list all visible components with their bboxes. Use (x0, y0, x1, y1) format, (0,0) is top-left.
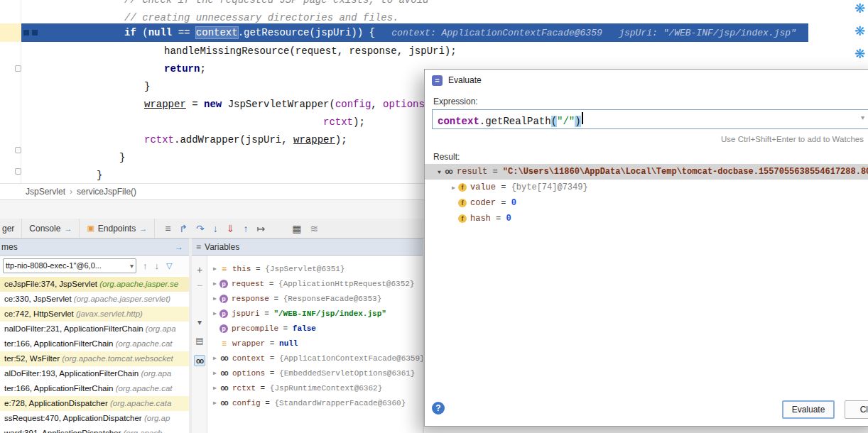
variable-row[interactable]: ▶pjspUri = "/WEB-INF/jsp/index.jsp" (207, 306, 423, 321)
frame-package: (org.ap (144, 414, 170, 422)
evaluate-dialog: = Evaluate Expression: context.getRealPa… (424, 69, 868, 427)
side-gear-column: ❋❋❋ (855, 1, 868, 80)
equals-sign: = (261, 399, 275, 407)
new-watch-panel-icon[interactable]: ▤ (194, 335, 205, 346)
expression-input[interactable]: context.getRealPath("/") (432, 109, 868, 129)
variable-row[interactable]: ≡wrapper = null (207, 336, 423, 351)
frames-panel-header[interactable]: mes → (0, 239, 189, 256)
fold-marker-icon[interactable] (15, 65, 21, 72)
variable-row[interactable]: pprecompile = false (207, 321, 423, 336)
watch-icon: oo (219, 354, 229, 363)
stack-frames-list[interactable]: ceJspFile:374, JspServlet (org.apache.ja… (0, 277, 189, 433)
gear-icon[interactable]: ❋ (855, 24, 865, 38)
filter-frames-icon[interactable]: ▽ (166, 261, 172, 270)
view-grid-icon[interactable]: ▦ (292, 224, 301, 234)
variable-row[interactable]: ▶prequest = {ApplicationHttpRequest@6352… (207, 276, 423, 291)
variables-panel-header[interactable]: ≡ Variables (192, 239, 423, 256)
show-execution-point-icon[interactable]: ↱ (179, 224, 188, 234)
fold-marker-icon[interactable] (15, 168, 21, 175)
close-button[interactable]: Close (845, 400, 868, 419)
expand-chevron-icon[interactable]: ▶ (210, 295, 219, 302)
stack-frame[interactable]: ce:330, JspServlet (org.apache.jasper.se… (0, 292, 189, 307)
stack-frame[interactable]: ssRequest:470, ApplicationDispatcher (or… (0, 411, 189, 426)
stack-frame[interactable]: alDoFilter:193, ApplicationFilterChain (… (0, 366, 189, 381)
stack-frame[interactable]: e:728, ApplicationDispatcher (org.apache… (0, 396, 189, 411)
param-icon: p (219, 324, 228, 333)
tab-console[interactable]: Console→ (22, 219, 80, 238)
field-icon: f (458, 214, 467, 223)
expand-chevron-icon[interactable]: ▶ (449, 185, 458, 191)
force-step-into-icon[interactable]: ⇓ (227, 224, 235, 234)
remove-watch-icon[interactable]: − (194, 280, 205, 291)
stack-frame[interactable]: ward:391, ApplicationDispatcher (org.apa… (0, 426, 189, 433)
stack-frame[interactable]: ceJspFile:374, JspServlet (org.apache.ja… (0, 277, 189, 292)
expression-history-icon[interactable]: ▾ (861, 114, 864, 121)
code-token: ( (142, 27, 148, 38)
expand-chevron-icon[interactable]: ▶ (210, 385, 219, 391)
dialog-title: Evaluate (448, 75, 482, 85)
settings-menu-icon[interactable]: ≡ (165, 224, 170, 234)
result-row[interactable]: ▶fvalue = {byte[74]@7349} (425, 180, 868, 195)
variable-row[interactable]: ▶oocontext = {ApplicationContextFacade@6… (207, 351, 423, 366)
breadcrumb-item[interactable]: JspServlet (26, 187, 65, 197)
jump-to-source-icon[interactable]: → (175, 242, 183, 252)
variable-row[interactable]: ▶oooptions = {EmbeddedServletOptions@636… (207, 366, 423, 380)
variable-row[interactable]: ▶≡this = {JspServlet@6351} (207, 261, 423, 276)
expand-chevron-icon[interactable]: ▶ (210, 265, 219, 272)
step-into-icon[interactable]: ↓ (213, 224, 218, 234)
variable-row[interactable]: ▶presponse = {ResponseFacade@6353} (207, 291, 423, 306)
add-watch-icon[interactable]: + (194, 264, 205, 275)
execution-marker-icon (32, 30, 38, 35)
frames-header-label: mes (1, 242, 18, 252)
debug-tabs: Console→▣Endpoints→ (22, 219, 155, 238)
show-watches-icon[interactable]: oo (194, 355, 205, 366)
code-token: // creating unnecessary directories and … (124, 12, 398, 23)
variable-row[interactable]: ▶oorctxt = {JspRuntimeContext@6362} (207, 380, 423, 395)
result-row[interactable]: fcoder = 0 (425, 195, 868, 211)
tab-debugger[interactable]: ger (0, 219, 22, 238)
tab-label: ger (2, 224, 14, 234)
dialog-title-bar[interactable]: = Evaluate (425, 70, 868, 91)
variables-tree[interactable]: ▶≡this = {JspServlet@6351}▶prequest = {A… (207, 261, 423, 410)
result-row[interactable]: fhash = 0 (425, 211, 868, 226)
fold-marker-icon[interactable] (15, 147, 21, 153)
help-icon[interactable]: ? (432, 402, 445, 415)
stack-frame[interactable]: ce:742, HttpServlet (javax.servlet.http) (0, 307, 189, 322)
equals-sign: = (278, 324, 293, 333)
chevron-down-icon[interactable]: ▾ (194, 317, 205, 328)
stack-frame[interactable]: nalDoFilter:231, ApplicationFilterChain … (0, 322, 189, 336)
breadcrumb-item[interactable]: serviceJspFile() (77, 187, 136, 197)
up-stack-icon[interactable]: ↑ (143, 261, 148, 271)
mute-breakpoints-icon[interactable]: ≋ (310, 224, 319, 234)
variable-value: "C:\Users\11860\AppData\Local\Temp\tomca… (503, 167, 868, 177)
gear-icon[interactable]: ❋ (855, 47, 865, 61)
thread-dropdown[interactable]: ttp-nio-8080-exec-1"@6,0... ▾ (3, 258, 136, 273)
code-token: } (97, 170, 102, 181)
step-over-icon[interactable]: ↷ (196, 224, 205, 234)
down-stack-icon[interactable]: ↓ (155, 261, 160, 271)
stack-frame[interactable]: ter:52, WsFilter (org.apache.tomcat.webs… (0, 351, 189, 366)
expand-chevron-icon[interactable]: ▶ (210, 400, 219, 406)
expand-chevron-icon[interactable]: ▶ (210, 355, 219, 361)
variable-name: response (232, 295, 269, 303)
frame-package: (org.apa (141, 369, 171, 378)
code-line: rctxt.addWrapper(jspUri, wrapper); (144, 131, 347, 149)
result-tree[interactable]: ▼ooresult = "C:\Users\11860\AppData\Loca… (425, 164, 868, 226)
tab-endpoints[interactable]: ▣Endpoints→ (80, 219, 155, 238)
expand-chevron-icon[interactable]: ▼ (435, 169, 444, 175)
variable-row[interactable]: ▶ooconfig = {StandardWrapperFacade@6360} (207, 395, 423, 410)
code-line: if (null == context.getResource(jspUri))… (124, 24, 796, 42)
stack-frame[interactable]: ter:166, ApplicationFilterChain (org.apa… (0, 381, 189, 396)
code-token: new (204, 99, 228, 110)
breadcrumb-separator: › (70, 187, 72, 197)
watch-icon: oo (444, 168, 453, 176)
expand-chevron-icon[interactable]: ▶ (210, 280, 219, 287)
stack-frame[interactable]: ter:166, ApplicationFilterChain (org.apa… (0, 336, 189, 351)
result-row[interactable]: ▼ooresult = "C:\Users\11860\AppData\Loca… (425, 164, 868, 180)
run-to-cursor-icon[interactable]: ↦ (257, 224, 266, 234)
evaluate-button[interactable]: Evaluate (782, 400, 835, 419)
gear-icon[interactable]: ❋ (855, 1, 865, 16)
step-out-icon[interactable]: ↑ (244, 224, 249, 234)
expand-chevron-icon[interactable]: ▶ (210, 370, 219, 376)
expand-chevron-icon[interactable]: ▶ (210, 310, 219, 317)
